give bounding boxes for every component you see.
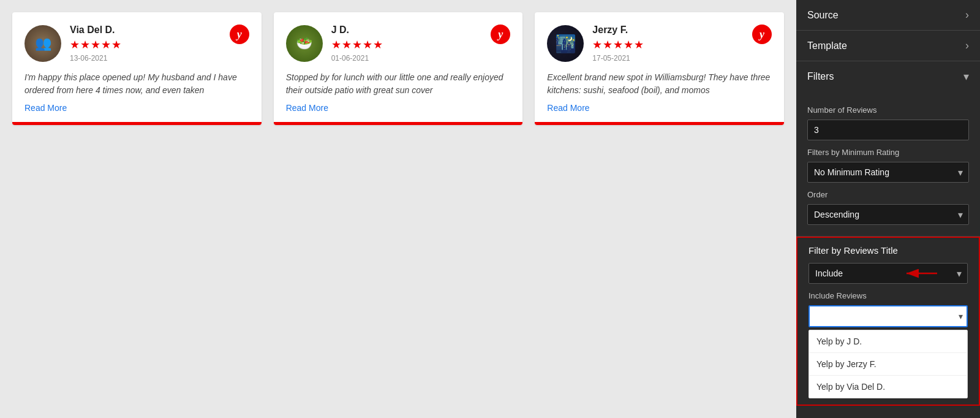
min-rating-select[interactable]: No Minimum Rating 1 Star 2 Stars 3 Stars… <box>807 162 969 183</box>
dropdown-item-jd[interactable]: Yelp by J D. <box>809 330 967 353</box>
include-reviews-label: Include Reviews <box>809 291 968 300</box>
review-header-jd: 🥗 J D. ★★★★★ 01-06-2021 y <box>286 25 511 63</box>
template-section: Template › <box>796 31 980 61</box>
include-input-wrapper: ▾ <box>809 305 968 327</box>
filters-label: Filters <box>807 71 834 82</box>
review-date-via: 13-06-2021 <box>70 54 122 63</box>
num-reviews-input[interactable] <box>807 120 969 140</box>
template-header[interactable]: Template › <box>796 31 980 61</box>
review-text-jerzy: Excellent brand new spot in Williamsburg… <box>547 71 772 97</box>
source-label: Source <box>807 10 839 21</box>
read-more-via[interactable]: Read More <box>24 103 249 113</box>
avatar-jd: 🥗 <box>286 25 323 62</box>
review-header-via: 👥 Via Del D. ★★★★★ 13-06-2021 y <box>24 25 249 63</box>
reviewer-info-jerzy: Jerzy F. ★★★★★ 17-05-2021 <box>592 25 644 63</box>
reviewer-name-jerzy: Jerzy F. <box>592 25 644 36</box>
order-select[interactable]: Descending Ascending <box>807 204 969 225</box>
include-reviews-dropdown: Yelp by J D. Yelp by Jerzy F. Yelp by Vi… <box>809 330 968 398</box>
num-reviews-label: Number of Reviews <box>807 105 969 115</box>
source-chevron-icon: › <box>965 9 969 21</box>
right-panel: Source › Template › Filters ▾ Number of … <box>796 0 980 418</box>
filters-section: Filters ▾ Number of Reviews Filters by M… <box>796 61 980 237</box>
source-section: Source › <box>796 0 980 31</box>
review-text-jd: Stopped by for lunch with our little one… <box>286 71 511 97</box>
filters-chevron-icon: ▾ <box>963 70 969 83</box>
order-label: Order <box>807 190 969 199</box>
include-select-wrapper: Include Exclude <box>809 263 968 284</box>
filter-title-section: Filter by Reviews Title Include Exclude <box>796 237 980 406</box>
stars-jd: ★★★★★ <box>331 38 383 51</box>
min-rating-label: Filters by Minimum Rating <box>807 148 969 157</box>
yelp-badge-jerzy: y <box>752 25 772 44</box>
review-card-jd: 🥗 J D. ★★★★★ 01-06-2021 y Stopped by for… <box>274 12 523 125</box>
yelp-badge-via: y <box>230 25 249 44</box>
filters-body: Number of Reviews Filters by Minimum Rat… <box>796 92 980 236</box>
dropdown-item-jerzy[interactable]: Yelp by Jerzy F. <box>809 353 967 376</box>
avatar-jerzy: 🌃 <box>547 25 584 62</box>
include-reviews-input[interactable] <box>809 305 968 327</box>
include-input-chevron-icon: ▾ <box>959 311 963 321</box>
main-content: 👥 Via Del D. ★★★★★ 13-06-2021 y I'm happ… <box>0 0 796 418</box>
reviews-grid: 👥 Via Del D. ★★★★★ 13-06-2021 y I'm happ… <box>12 12 784 125</box>
review-text-via: I'm happy this place opened up! My husba… <box>24 71 249 97</box>
read-more-jerzy[interactable]: Read More <box>547 103 772 113</box>
filter-title-label: Filter by Reviews Title <box>809 245 898 256</box>
stars-via: ★★★★★ <box>70 38 122 51</box>
reviewer-name-via: Via Del D. <box>70 25 122 36</box>
review-date-jd: 01-06-2021 <box>331 54 383 63</box>
source-header[interactable]: Source › <box>796 0 980 30</box>
include-select[interactable]: Include Exclude <box>809 263 968 284</box>
review-header-jerzy: 🌃 Jerzy F. ★★★★★ 17-05-2021 y <box>547 25 772 63</box>
filters-header[interactable]: Filters ▾ <box>796 61 980 92</box>
review-date-jerzy: 17-05-2021 <box>592 54 644 63</box>
order-select-wrapper: Descending Ascending <box>807 204 969 225</box>
filter-title-header: Filter by Reviews Title <box>797 238 979 263</box>
avatar-via: 👥 <box>24 25 61 62</box>
min-rating-select-wrapper: No Minimum Rating 1 Star 2 Stars 3 Stars… <box>807 162 969 183</box>
dropdown-item-via[interactable]: Yelp by Via Del D. <box>809 376 967 398</box>
read-more-jd[interactable]: Read More <box>286 103 511 113</box>
review-card-jerzy: 🌃 Jerzy F. ★★★★★ 17-05-2021 y Excellent … <box>535 12 784 125</box>
reviewer-info-jd: J D. ★★★★★ 01-06-2021 <box>331 25 383 63</box>
reviewer-info-via: Via Del D. ★★★★★ 13-06-2021 <box>70 25 122 63</box>
filter-title-body: Include Exclude Include Reviews <box>797 263 979 405</box>
stars-jerzy: ★★★★★ <box>592 38 644 51</box>
template-chevron-icon: › <box>965 39 969 52</box>
reviewer-name-jd: J D. <box>331 25 383 36</box>
template-label: Template <box>807 40 847 51</box>
review-card-via: 👥 Via Del D. ★★★★★ 13-06-2021 y I'm happ… <box>12 12 262 125</box>
yelp-badge-jd: y <box>491 25 510 44</box>
